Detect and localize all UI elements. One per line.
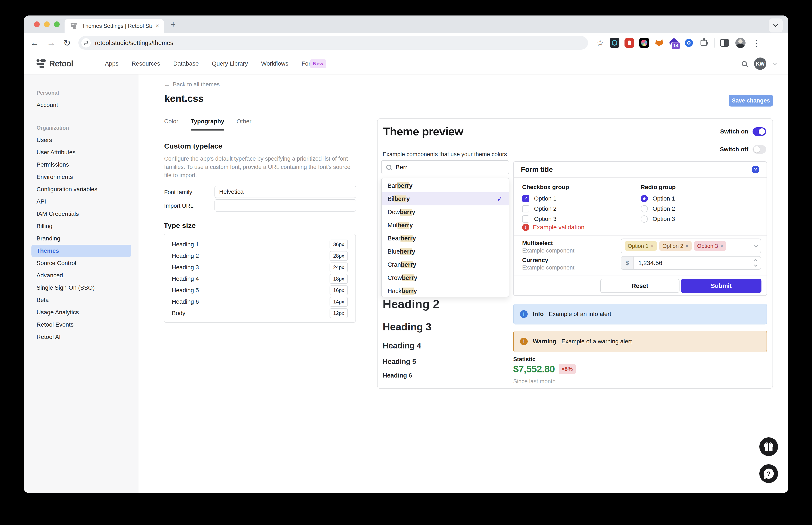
font-family-input[interactable] <box>215 186 356 198</box>
list-item-dewberry[interactable]: Dewberry <box>382 206 509 219</box>
list-item-bearberry[interactable]: Bearberry <box>382 232 509 245</box>
sidebar-item-iam-credentials[interactable]: IAM Credentials <box>31 208 131 220</box>
nav-item-database[interactable]: Database <box>173 60 199 67</box>
submit-button[interactable]: Submit <box>681 279 762 293</box>
bookmark-star-icon[interactable]: ☆ <box>596 38 604 47</box>
list-item-cranberry[interactable]: Cranberry <box>382 258 509 271</box>
tag-remove-icon[interactable]: × <box>685 243 689 249</box>
metamask-extension-icon[interactable] <box>654 38 664 48</box>
list-item-mulberry[interactable]: Mulberry <box>382 219 509 232</box>
switch-on-toggle[interactable] <box>753 127 766 136</box>
radio-input[interactable] <box>641 215 648 223</box>
sidebar-item-retool-events[interactable]: Retool Events <box>31 318 131 331</box>
user-avatar[interactable]: KW <box>754 58 766 70</box>
browser-tab[interactable]: Themes Settings | Retool Stu × <box>64 19 164 33</box>
nav-item-query-library[interactable]: Query Library <box>212 60 248 67</box>
extensions-puzzle-icon[interactable] <box>699 38 709 48</box>
list-item-hackberry[interactable]: Hackberry <box>382 284 509 297</box>
checkbox-input[interactable] <box>522 215 529 223</box>
sidebar-item-single-sign-on-sso[interactable]: Single Sign-On (SSO) <box>31 282 131 294</box>
traffic-light-close[interactable] <box>34 21 40 27</box>
tab-close-icon[interactable]: × <box>156 22 159 30</box>
sidebar-item-usage-analytics[interactable]: Usage Analytics <box>31 306 131 318</box>
type-size-input[interactable]: 36px <box>329 240 348 249</box>
target-extension-icon[interactable] <box>684 38 694 48</box>
react-devtools-extension-icon[interactable] <box>610 38 619 48</box>
tab-typography[interactable]: Typography <box>191 118 224 131</box>
sidebar-item-branding[interactable]: Branding <box>31 232 131 245</box>
multiselect-field[interactable]: Option 1×Option 2×Option 3× <box>621 239 761 253</box>
nav-item-apps[interactable]: Apps <box>105 60 118 67</box>
sidebar-item-themes[interactable]: Themes <box>31 245 131 257</box>
type-size-input[interactable]: 16px <box>329 285 348 295</box>
type-size-input[interactable]: 14px <box>329 297 348 306</box>
sidebar-item-billing[interactable]: Billing <box>31 220 131 232</box>
forward-button[interactable]: → <box>47 38 56 48</box>
tab-search-button[interactable] <box>769 18 783 32</box>
new-tab-button[interactable]: + <box>171 20 176 29</box>
multiselect-tag[interactable]: Option 1× <box>625 241 657 251</box>
preview-search-input[interactable] <box>396 164 485 171</box>
import-url-input[interactable] <box>215 199 356 212</box>
sidebar-item-user-attributes[interactable]: User Attributes <box>31 146 131 159</box>
tag-remove-icon[interactable]: × <box>651 243 654 249</box>
list-item-crowberry[interactable]: Crowberry <box>382 271 509 284</box>
search-icon[interactable] <box>742 61 747 66</box>
radio-input[interactable] <box>641 205 648 212</box>
sidebar-item-configuration-variables[interactable]: Configuration variables <box>31 183 131 195</box>
type-size-input[interactable]: 28px <box>329 251 348 261</box>
sidebar-item-api[interactable]: API <box>31 195 131 208</box>
list-item-barberry[interactable]: Barberry <box>382 179 509 192</box>
step-up-icon[interactable] <box>754 259 757 263</box>
reset-button[interactable]: Reset <box>600 279 679 293</box>
wallet-extension-icon[interactable]: 14 <box>669 38 679 48</box>
sidebar-item-retool-ai[interactable]: Retool AI <box>31 331 131 343</box>
site-settings-icon[interactable] <box>81 38 91 47</box>
list-item-bilberry[interactable]: Bilberry✓ <box>382 192 509 206</box>
tab-other[interactable]: Other <box>237 118 251 131</box>
chrome-profile-avatar[interactable] <box>735 38 745 48</box>
retool-logo[interactable]: Retool <box>36 59 73 68</box>
checkbox-input[interactable]: ✓ <box>522 195 529 202</box>
loom-extension-icon[interactable] <box>639 38 649 48</box>
switch-off-toggle[interactable] <box>753 145 766 154</box>
nav-item-resources[interactable]: Resources <box>132 60 160 67</box>
back-button[interactable]: ← <box>30 38 39 48</box>
adblock-extension-icon[interactable] <box>624 38 634 48</box>
sidebar-item-users[interactable]: Users <box>31 134 131 146</box>
step-down-icon[interactable] <box>754 263 757 267</box>
form-help-icon[interactable]: ? <box>752 166 759 174</box>
sidebar-item-advanced[interactable]: Advanced <box>31 269 131 282</box>
sidebar-item-source-control[interactable]: Source Control <box>31 257 131 269</box>
list-item-blueberry[interactable]: Blueberry <box>382 245 509 258</box>
side-panel-icon[interactable] <box>720 39 729 47</box>
back-to-themes-link[interactable]: ← Back to all themes <box>164 81 220 88</box>
multiselect-tag[interactable]: Option 3× <box>694 241 726 251</box>
nav-item-workflows[interactable]: Workflows <box>261 60 289 67</box>
multiselect-tag[interactable]: Option 2× <box>659 241 691 251</box>
traffic-light-minimize[interactable] <box>44 21 50 27</box>
save-changes-button[interactable]: Save changes <box>729 95 773 106</box>
tag-remove-icon[interactable]: × <box>720 243 723 249</box>
help-button[interactable]: ? <box>759 464 778 483</box>
sidebar-item-account[interactable]: Account <box>31 99 131 111</box>
type-size-input[interactable]: 24px <box>329 262 348 272</box>
reload-button[interactable]: ↻ <box>63 38 71 48</box>
currency-stepper[interactable] <box>754 260 761 266</box>
tab-color[interactable]: Color <box>164 118 178 131</box>
address-bar[interactable]: retool.studio/settings/themes <box>78 36 588 50</box>
sidebar-item-beta[interactable]: Beta <box>31 294 131 306</box>
type-size-input[interactable]: 12px <box>329 308 348 318</box>
chevron-down-icon[interactable] <box>754 244 758 247</box>
account-chevron-down-icon[interactable] <box>773 61 777 65</box>
checkbox-input[interactable] <box>522 205 529 212</box>
whats-new-button[interactable] <box>759 437 778 456</box>
preview-search-field[interactable] <box>381 160 509 174</box>
sidebar-item-permissions[interactable]: Permissions <box>31 159 131 171</box>
chrome-menu-icon[interactable]: ⋮ <box>752 38 761 48</box>
sidebar-item-environments[interactable]: Environments <box>31 171 131 183</box>
radio-input[interactable] <box>641 195 648 202</box>
traffic-light-zoom[interactable] <box>54 21 60 27</box>
currency-field[interactable]: $ 1,234.56 <box>621 256 761 270</box>
type-size-input[interactable]: 18px <box>329 274 348 284</box>
